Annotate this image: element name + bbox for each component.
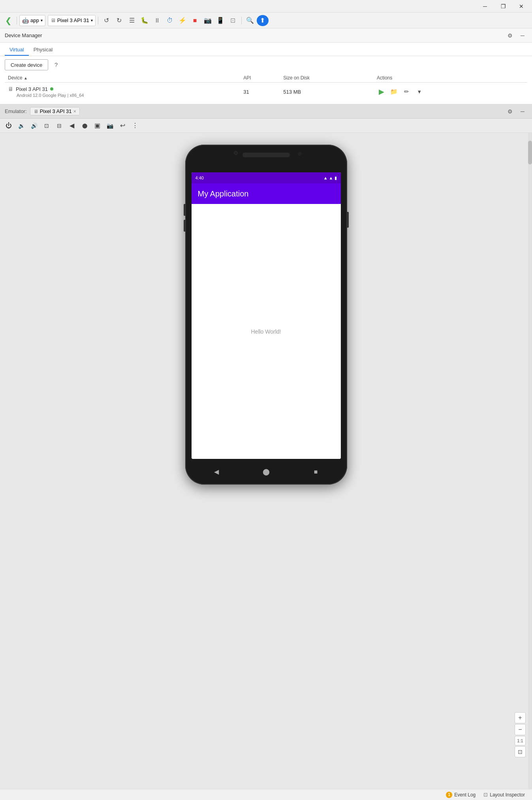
power-emu-button[interactable]: ⏻ bbox=[3, 120, 14, 131]
emulator-header: Emulator: 🖥 Pixel 3 API 31 × ⚙ ─ bbox=[0, 104, 532, 119]
edit-button[interactable]: ✏ bbox=[402, 87, 412, 96]
device-manager-header: Device Manager ⚙ ─ bbox=[0, 28, 532, 43]
bottom-status-bar: 1 Event Log ⊡ Layout Inspector bbox=[0, 789, 532, 800]
screenshot-emu-button[interactable]: 📷 bbox=[104, 120, 115, 131]
tab-virtual[interactable]: Virtual bbox=[5, 44, 29, 56]
power-button[interactable]: ⚡ bbox=[177, 15, 188, 26]
pause-button[interactable]: ⏸ bbox=[151, 15, 163, 26]
profile-button[interactable]: ⏱ bbox=[164, 15, 176, 26]
device-mgr-button[interactable]: 📱 bbox=[214, 15, 226, 26]
app-chevron-icon: ▾ bbox=[41, 18, 43, 23]
volume-btn-1 bbox=[184, 204, 185, 216]
event-log-item[interactable]: 1 Event Log bbox=[442, 789, 479, 800]
emulator-label: Emulator: bbox=[5, 108, 27, 114]
tab-physical[interactable]: Physical bbox=[29, 44, 57, 56]
list-button[interactable]: ☰ bbox=[126, 15, 138, 26]
nav-back-btn[interactable]: ◀ bbox=[211, 468, 222, 476]
device-subtitle: Android 12.0 Google Play | x86_64 bbox=[17, 93, 237, 98]
col-api: API bbox=[240, 74, 280, 83]
phone-speaker bbox=[298, 152, 302, 156]
status-icons: ▲ ▲ ▮ bbox=[323, 175, 337, 181]
stop-button[interactable]: ■ bbox=[189, 15, 201, 26]
status-time: 4:40 bbox=[196, 175, 204, 180]
tabs-bar: Virtual Physical bbox=[0, 43, 532, 56]
volume-btn-2 bbox=[184, 220, 185, 232]
undo-emu-button[interactable]: ↩ bbox=[117, 120, 128, 131]
vol-up-button[interactable]: 🔊 bbox=[28, 120, 39, 131]
play-button[interactable]: ▶ bbox=[377, 87, 386, 96]
layout-inspector-item[interactable]: ⊡ Layout Inspector bbox=[479, 789, 529, 800]
status-bar: 4:40 ▲ ▲ ▮ bbox=[192, 172, 341, 183]
nav-home-btn[interactable]: ⬤ bbox=[260, 468, 272, 476]
separator-2 bbox=[98, 17, 98, 25]
more-button[interactable]: ▾ bbox=[415, 87, 424, 96]
device-manager-settings-icon[interactable]: ⚙ bbox=[505, 31, 515, 40]
phone-screen[interactable]: 4:40 ▲ ▲ ▮ My Application Hello World! bbox=[192, 172, 341, 459]
zoom-ratio-label: 1:1 bbox=[515, 736, 526, 745]
emulator-header-right: ⚙ ─ bbox=[505, 107, 527, 116]
folder-button[interactable]: 📁 bbox=[389, 87, 399, 96]
screenshot-button[interactable]: 📷 bbox=[202, 15, 214, 26]
zoom-in-button[interactable]: + bbox=[515, 712, 526, 723]
restore-button[interactable]: ❐ bbox=[494, 0, 512, 13]
main-content: Device Manager ⚙ ─ Virtual Physical Crea… bbox=[0, 28, 532, 789]
debug-button[interactable]: 🐛 bbox=[139, 15, 150, 26]
refresh2-button[interactable]: ↻ bbox=[113, 15, 125, 26]
close-tab-icon[interactable]: × bbox=[73, 108, 77, 114]
app-label: app bbox=[30, 17, 39, 23]
wifi-icon: ▲ bbox=[323, 175, 328, 180]
event-log-label: Event Log bbox=[454, 792, 476, 798]
emulator-settings-icon[interactable]: ⚙ bbox=[505, 107, 515, 116]
phone-top-bar bbox=[243, 153, 290, 157]
emulator-tab[interactable]: 🖥 Pixel 3 API 31 × bbox=[30, 107, 80, 115]
home-emu-button[interactable]: ⬤ bbox=[79, 120, 90, 131]
layout-inspector-label: Layout Inspector bbox=[490, 792, 525, 798]
back-button[interactable]: ❮ bbox=[2, 15, 14, 26]
more-emu-button[interactable]: ⋮ bbox=[130, 120, 141, 131]
layout-inspector-icon: ⊡ bbox=[483, 792, 488, 798]
device-name: Pixel 3 API 31 bbox=[16, 86, 48, 92]
minimize-button[interactable]: ─ bbox=[476, 0, 494, 13]
search-button[interactable]: 🔍 bbox=[244, 15, 256, 26]
emulator-section: Emulator: 🖥 Pixel 3 API 31 × ⚙ ─ ⏻ 🔉 🔊 ⊡… bbox=[0, 104, 532, 789]
fold-button[interactable]: ⊟ bbox=[54, 120, 65, 131]
power-side-btn bbox=[347, 212, 349, 228]
device-dropdown[interactable]: 🖥 Pixel 3 API 31 ▾ bbox=[48, 15, 96, 26]
scrollbar-thumb[interactable] bbox=[528, 141, 532, 164]
nav-square-btn[interactable]: ■ bbox=[310, 468, 322, 476]
table-row: 🖥 Pixel 3 API 31 Android 12.0 Google Pla… bbox=[5, 83, 527, 101]
create-device-button[interactable]: Create device bbox=[5, 59, 48, 70]
update-button[interactable]: ⬆ bbox=[257, 15, 269, 26]
phone-nav-bar: ◀ ⬤ ■ bbox=[192, 459, 341, 485]
zoom-out-button[interactable]: − bbox=[515, 724, 526, 735]
right-scrollbar[interactable] bbox=[528, 133, 532, 789]
vol-down-button[interactable]: 🔉 bbox=[16, 120, 27, 131]
phone-camera bbox=[234, 151, 238, 155]
device-table: Device ▲ API Size on Disk Actions bbox=[5, 74, 527, 101]
device-manager-actions: ⚙ ─ bbox=[505, 31, 527, 40]
col-device[interactable]: Device ▲ bbox=[5, 74, 240, 83]
device-screen-icon: 🖥 bbox=[51, 17, 56, 23]
action-icons: ▶ 📁 ✏ ▾ bbox=[377, 87, 524, 96]
mirror-button[interactable]: ⊡ bbox=[227, 15, 239, 26]
phone-frame: 4:40 ▲ ▲ ▮ My Application Hello World! bbox=[185, 145, 347, 485]
device-chevron-icon: ▾ bbox=[91, 18, 93, 23]
square-emu-button[interactable]: ▣ bbox=[92, 120, 103, 131]
device-phone-icon: 🖥 bbox=[8, 86, 13, 92]
back-emu-button[interactable]: ◀ bbox=[66, 120, 77, 131]
app-icon: 🤖 bbox=[22, 17, 29, 24]
emulator-minimize-icon[interactable]: ─ bbox=[518, 107, 527, 116]
event-log-badge: 1 bbox=[446, 792, 452, 798]
app-content: Hello World! bbox=[192, 204, 341, 459]
help-icon[interactable]: ? bbox=[51, 60, 61, 70]
signal-icon: ▲ bbox=[329, 175, 333, 180]
device-manager-minimize-icon[interactable]: ─ bbox=[518, 31, 527, 40]
device-name-row: 🖥 Pixel 3 API 31 bbox=[8, 86, 237, 92]
close-button[interactable]: ✕ bbox=[512, 0, 530, 13]
zoom-expand-button[interactable]: ⊡ bbox=[515, 746, 526, 757]
device-manager-panel: Device Manager ⚙ ─ Virtual Physical Crea… bbox=[0, 28, 532, 104]
rotate-button[interactable]: ⊡ bbox=[41, 120, 52, 131]
app-dropdown[interactable]: 🤖 app ▾ bbox=[19, 15, 45, 26]
refresh-button[interactable]: ↺ bbox=[101, 15, 113, 26]
emulator-display: 4:40 ▲ ▲ ▮ My Application Hello World! bbox=[0, 133, 532, 789]
